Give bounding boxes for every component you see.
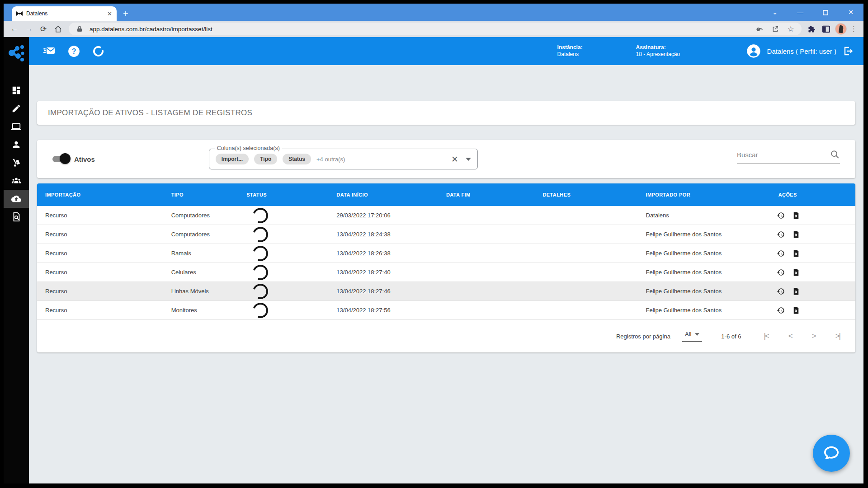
app-header: ? Instância: Datalens Assinatura: 18 - A… bbox=[29, 37, 863, 65]
col-header: DATA FIM bbox=[438, 192, 535, 197]
cell-importado-por: Felipe Guilherme dos Santos bbox=[638, 231, 770, 238]
cell-importado-por: Datalens bbox=[638, 212, 770, 219]
excel-file-icon[interactable] bbox=[792, 230, 800, 239]
cell-data-inicio: 13/04/2022 18:27:56 bbox=[328, 307, 438, 314]
browser-tab[interactable]: Datalens ✕ bbox=[12, 6, 117, 21]
new-tab-icon[interactable]: + bbox=[123, 9, 128, 18]
ativos-toggle[interactable]: Ativos bbox=[52, 155, 95, 163]
table-row[interactable]: Recurso Computadores 13/04/2022 18:24:38… bbox=[37, 225, 855, 244]
col-header: DETALHES bbox=[534, 192, 637, 197]
user-profile-label[interactable]: Datalens ( Perfil: user ) bbox=[767, 47, 836, 55]
cell-importacao: Recurso bbox=[37, 212, 163, 219]
ativos-toggle-label: Ativos bbox=[74, 155, 95, 163]
search-field[interactable]: Buscar bbox=[737, 150, 840, 169]
sidebar-item-users[interactable] bbox=[4, 136, 29, 154]
window-minimize-icon[interactable]: — bbox=[788, 5, 813, 19]
history-icon[interactable] bbox=[777, 211, 785, 220]
chat-widget-button[interactable] bbox=[813, 435, 850, 472]
col-header: DATA INÍCIO bbox=[328, 192, 438, 197]
sidebar-item-inventory[interactable] bbox=[4, 154, 29, 172]
table-row[interactable]: Recurso Linhas Móveis 13/04/2022 18:27:4… bbox=[37, 282, 855, 301]
lock-icon bbox=[74, 26, 85, 32]
favicon-bowtie-icon bbox=[16, 11, 23, 16]
excel-file-icon[interactable] bbox=[792, 211, 800, 220]
side-panel-icon[interactable] bbox=[821, 25, 831, 33]
columns-clear-icon[interactable]: ✕ bbox=[451, 155, 458, 164]
columns-extra-count: +4 outra(s) bbox=[316, 156, 345, 163]
file-search-icon bbox=[11, 212, 21, 222]
logout-icon[interactable] bbox=[843, 46, 854, 56]
browser-menu-icon[interactable]: ⋮ bbox=[850, 25, 857, 33]
history-icon[interactable] bbox=[777, 287, 785, 296]
svg-text:?: ? bbox=[71, 47, 76, 55]
refresh-icon[interactable] bbox=[91, 44, 105, 58]
sidebar-item-import-assets[interactable] bbox=[4, 190, 29, 208]
col-header: TIPO bbox=[163, 192, 239, 197]
reload-icon[interactable]: ⟳ bbox=[37, 23, 50, 35]
window-close-icon[interactable]: ✕ bbox=[838, 5, 863, 19]
excel-file-icon[interactable] bbox=[792, 287, 800, 296]
back-icon[interactable]: ← bbox=[8, 23, 21, 35]
loading-spinner-icon bbox=[250, 205, 271, 225]
password-key-icon[interactable] bbox=[755, 25, 765, 33]
help-icon[interactable]: ? bbox=[67, 44, 80, 58]
share-icon[interactable] bbox=[770, 25, 781, 33]
records-table: IMPORTAÇÃO TIPO STATUS DATA INÍCIO DATA … bbox=[37, 183, 855, 352]
cell-tipo: Computadores bbox=[163, 231, 239, 238]
browser-window: Datalens ✕ + ⌄ — ✕ ← → ⟳ app.datalens.co… bbox=[4, 4, 863, 483]
per-page-select[interactable]: All bbox=[682, 331, 702, 342]
column-chip[interactable]: Tipo bbox=[254, 154, 277, 164]
table-row[interactable]: Recurso Ramais 13/04/2022 18:26:38 Felip… bbox=[37, 244, 855, 263]
page-title: IMPORTAÇÃO DE ATIVOS - LISTAGEM DE REGIS… bbox=[48, 108, 252, 117]
home-icon[interactable] bbox=[52, 23, 64, 35]
excel-file-icon[interactable] bbox=[792, 249, 800, 258]
tab-title: Datalens bbox=[26, 10, 104, 17]
cell-data-inicio: 13/04/2022 18:26:38 bbox=[328, 250, 438, 257]
columns-select[interactable]: Coluna(s) selecionada(s) Import... Tipo … bbox=[209, 149, 478, 169]
table-row[interactable]: Recurso Monitores 13/04/2022 18:27:56 Fe… bbox=[37, 301, 855, 320]
column-chip[interactable]: Status bbox=[283, 154, 311, 164]
columns-dropdown-icon[interactable] bbox=[466, 158, 471, 161]
first-page-icon[interactable]: |< bbox=[764, 332, 768, 341]
send-message-icon[interactable] bbox=[42, 44, 56, 58]
table-row[interactable]: Recurso Computadores 29/03/2022 17:20:06… bbox=[37, 206, 855, 225]
pencil-icon bbox=[11, 103, 21, 113]
sidebar-item-logs[interactable] bbox=[4, 208, 29, 226]
tab-close-icon[interactable]: ✕ bbox=[107, 11, 112, 17]
history-icon[interactable] bbox=[777, 268, 785, 277]
laptop-icon bbox=[11, 122, 21, 131]
column-chip[interactable]: Import... bbox=[216, 154, 249, 164]
cell-status bbox=[238, 303, 328, 318]
bookmark-star-icon[interactable]: ☆ bbox=[785, 24, 796, 34]
url-text[interactable]: app.datalens.com.br/cadastro/importasset… bbox=[90, 26, 750, 33]
cell-importacao: Recurso bbox=[37, 307, 163, 314]
window-chevron-icon[interactable]: ⌄ bbox=[762, 5, 788, 19]
address-bar[interactable]: app.datalens.com.br/cadastro/importasset… bbox=[69, 23, 802, 35]
sidebar-item-dashboard[interactable] bbox=[4, 81, 29, 99]
per-page-label: Registros por página bbox=[616, 333, 670, 340]
window-maximize-icon[interactable] bbox=[813, 5, 838, 19]
sidebar-item-edit[interactable] bbox=[4, 99, 29, 117]
table-row[interactable]: Recurso Celulares 13/04/2022 18:27:40 Fe… bbox=[37, 263, 855, 282]
sidebar-item-groups[interactable] bbox=[4, 172, 29, 190]
last-page-icon[interactable]: >| bbox=[835, 332, 840, 341]
history-icon[interactable] bbox=[777, 306, 785, 314]
excel-file-icon[interactable] bbox=[792, 268, 800, 277]
search-placeholder: Buscar bbox=[737, 151, 758, 159]
history-icon[interactable] bbox=[777, 249, 785, 258]
datalens-logo[interactable] bbox=[7, 42, 25, 63]
instancia-value: Datalens bbox=[557, 51, 625, 58]
history-icon[interactable] bbox=[777, 230, 785, 239]
excel-file-icon[interactable] bbox=[792, 306, 800, 314]
cell-tipo: Computadores bbox=[163, 212, 239, 219]
columns-select-legend: Coluna(s) selecionada(s) bbox=[215, 145, 282, 151]
extensions-puzzle-icon[interactable] bbox=[806, 25, 817, 33]
prev-page-icon[interactable]: < bbox=[788, 332, 792, 341]
search-icon[interactable] bbox=[830, 150, 840, 160]
loading-spinner-icon bbox=[250, 262, 271, 282]
browser-profile-avatar[interactable] bbox=[835, 23, 847, 35]
user-avatar-icon[interactable] bbox=[746, 44, 761, 58]
forward-icon[interactable]: → bbox=[23, 23, 35, 35]
next-page-icon[interactable]: > bbox=[812, 332, 816, 341]
sidebar-item-devices[interactable] bbox=[4, 117, 29, 136]
